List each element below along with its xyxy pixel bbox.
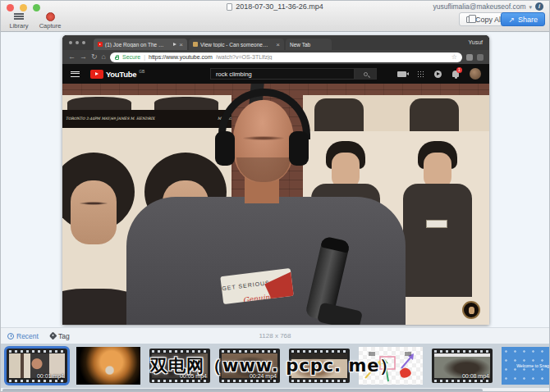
thumbnail-duration: 00:05 mp4: [180, 373, 207, 379]
close-window-button[interactable]: [7, 4, 14, 11]
youtube-play-icon: [90, 70, 103, 79]
account-email: yusuflimalia@makeuseof.com: [433, 2, 525, 11]
headphone-earcup: [215, 131, 235, 166]
recent-captures-strip: 00:01 mp4 00:05 mp4 00:24 mp4: [1, 344, 549, 388]
thumbnail-image: [76, 347, 140, 385]
browser-tab-new: New Tab: [286, 39, 332, 50]
share-label: Share: [518, 16, 538, 24]
browser-tab-bar: (1) Joe Rogan on The Rock View topic - C…: [62, 35, 489, 50]
url-host: https://www.youtube.com: [149, 54, 213, 60]
youtube-logo: YouTube GB: [90, 70, 144, 79]
capture-label: Capture: [39, 22, 62, 30]
url-field: Secure | https://www.youtube.com /watch?…: [110, 52, 462, 62]
thumbnail-image: Welcome to Snagit: [502, 347, 549, 385]
minimize-window-button[interactable]: [20, 4, 27, 11]
tag-button[interactable]: Tag: [50, 332, 70, 340]
tag-label: Tag: [58, 332, 70, 340]
thumbnail-video-selected[interactable]: 00:01 mp4: [7, 349, 67, 383]
browser-tab-forum: View topic - Can someone ex: [189, 39, 284, 50]
annotation-arrows: [359, 347, 423, 385]
library-icon: [14, 13, 24, 20]
thumbnail-image-annotation[interactable]: [359, 347, 423, 385]
welcome-text: Welcome to Snagit: [516, 363, 549, 367]
youtube-header: YouTube GB rock climbing 1: [62, 64, 489, 84]
extension-icon: [466, 54, 473, 61]
capture-button[interactable]: Capture: [35, 11, 65, 30]
messages-icon: [434, 71, 442, 78]
youtube-header-icons: 1: [397, 64, 481, 84]
thumbnail-welcome[interactable]: Welcome to Snagit: [502, 347, 549, 385]
tab-label: New Tab: [290, 42, 325, 48]
youtube-logo-text: YouTube: [106, 70, 136, 79]
document-icon: [227, 3, 232, 11]
share-icon: [508, 16, 515, 24]
browser-window-controls: [69, 41, 85, 44]
window-title-text: 2018-07-30_11-36-26.mp4: [236, 2, 323, 11]
tab-close-icon: [179, 41, 183, 48]
capture-app-window: 2018-07-30_11-36-26.mp4 yusuflimalia@mak…: [0, 0, 550, 392]
library-button[interactable]: Library: [4, 11, 34, 30]
thumbnail-image: [359, 347, 423, 385]
library-label: Library: [10, 22, 29, 30]
video-preview[interactable]: (1) Joe Rogan on The Rock View topic - C…: [62, 35, 489, 325]
forward-icon: [80, 53, 87, 61]
forum-favicon: [193, 42, 198, 47]
joe-rogan-figure: GET SERIOUS · GET Genuine: [62, 84, 489, 325]
search-icon: [364, 72, 368, 76]
bookmark-star-icon: [451, 53, 457, 61]
thumbnail-video[interactable]: 00:08 mp4: [432, 349, 493, 383]
youtube-favicon: [98, 42, 103, 47]
avatar: [470, 68, 481, 80]
thumbnail-image-tiger[interactable]: [76, 347, 140, 385]
tab-close-icon: [276, 41, 280, 48]
url-path: /watch?v=OS-3TLlfzjg: [216, 54, 273, 60]
chevron-down-icon: [529, 2, 532, 11]
browser-profile-name: Yusuf: [468, 39, 483, 45]
search-query-text: rock climbing: [216, 71, 252, 78]
joe-head: [233, 100, 294, 182]
shirt-graphic: GET SERIOUS · GET Genuine: [220, 268, 294, 304]
headphone-earcup: [289, 131, 309, 166]
account-menu[interactable]: yusuflimalia@makeuseof.com i: [433, 2, 543, 11]
youtube-search-button: [355, 68, 377, 80]
joe-brow-shadow: [243, 136, 284, 140]
thumbnail-duration: 00:24 mp4: [250, 373, 277, 379]
tag-icon: [48, 332, 57, 340]
window-controls: [7, 4, 40, 11]
video-dimensions: 1128 x 768: [1, 332, 549, 340]
video-scene: TORONTO 2:44PM MAY/69 JAMES M. HENDRIX M…: [62, 84, 489, 325]
back-icon: [68, 53, 76, 61]
record-icon: [46, 12, 55, 21]
window-title: 2018-07-30_11-36-26.mp4: [99, 2, 451, 11]
url-separator: |: [144, 54, 145, 60]
scrollbar-thumb[interactable]: [2, 389, 483, 392]
window-header: 2018-07-30_11-36-26.mp4 yusuflimalia@mak…: [1, 1, 549, 32]
clock-icon: [7, 333, 14, 340]
tab-label: View topic - Can someone ex: [200, 42, 268, 48]
tab-audio-icon: [173, 43, 176, 46]
recent-label: Recent: [16, 332, 39, 340]
youtube-search-input: rock climbing: [210, 68, 355, 80]
horizontal-scrollbar[interactable]: [1, 388, 549, 392]
shirt-text: GET SERIOUS · GET: [222, 277, 292, 291]
thumbnail-video[interactable]: 00:24 mp4: [219, 349, 280, 383]
notifications-bell-icon: 1: [452, 71, 459, 77]
copy-all-label: Copy All: [475, 16, 502, 24]
home-icon: [102, 53, 106, 61]
shirt-script-text: Genuine: [242, 293, 274, 305]
thumbnail-video[interactable]: [289, 349, 350, 383]
thumbnail-image: [291, 353, 347, 378]
extension-icon: [477, 54, 484, 61]
browser-address-bar: Secure | https://www.youtube.com /watch?…: [62, 50, 489, 64]
recent-button[interactable]: Recent: [7, 332, 39, 340]
zoom-window-button[interactable]: [33, 4, 40, 11]
reload-icon: [91, 53, 98, 61]
info-icon[interactable]: i: [535, 2, 543, 11]
footer-bar: Recent Tag 1128 x 768: [1, 327, 549, 344]
youtube-region-label: GB: [139, 69, 144, 74]
thumbnail-duration: 00:01 mp4: [37, 373, 64, 379]
tab-label: (1) Joe Rogan on The Rock: [105, 42, 167, 48]
share-button[interactable]: Share: [501, 12, 545, 26]
thumbnail-video[interactable]: 00:05 mp4: [149, 349, 210, 383]
thumbnail-duration: 00:08 mp4: [462, 373, 489, 379]
